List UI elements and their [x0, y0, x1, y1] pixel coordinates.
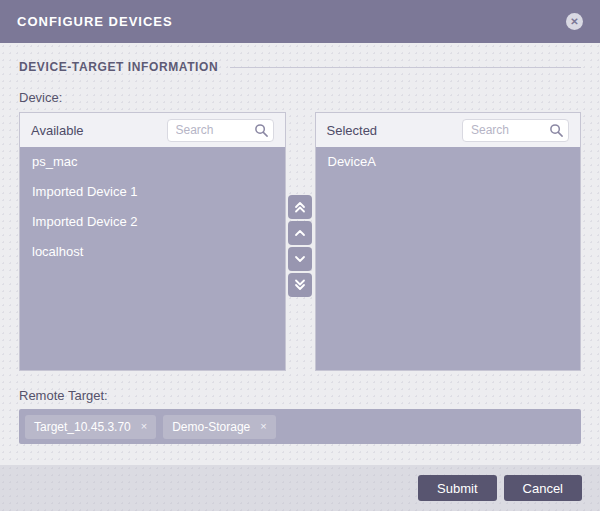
available-list: ps_mac Imported Device 1 Imported Device…: [20, 147, 285, 370]
remove-tag-icon[interactable]: ×: [141, 421, 147, 432]
available-title: Available: [31, 123, 84, 138]
dialog-header: CONFIGURE DEVICES ✕: [0, 0, 600, 43]
section-divider: [230, 67, 581, 68]
remote-target-label: Remote Target:: [19, 388, 581, 403]
close-icon: ✕: [570, 17, 578, 27]
chevron-down-icon: [293, 252, 307, 266]
dialog-title: CONFIGURE DEVICES: [17, 14, 173, 29]
device-label: Device:: [19, 90, 581, 105]
move-down-button[interactable]: [288, 247, 312, 271]
move-all-up-button[interactable]: [288, 195, 312, 219]
double-chevron-up-icon: [293, 200, 307, 214]
list-item[interactable]: Imported Device 1: [20, 177, 285, 207]
selected-panel-header: Selected: [316, 113, 581, 147]
chevron-up-icon: [293, 226, 307, 240]
tag-label: Target_10.45.3.70: [34, 420, 131, 434]
move-all-down-button[interactable]: [288, 273, 312, 297]
cancel-button[interactable]: Cancel: [504, 475, 582, 501]
device-dual-list: Available ps_mac Imported Device 1 Impor…: [19, 112, 581, 371]
dialog-body: DEVICE-TARGET INFORMATION Device: Availa…: [0, 43, 600, 465]
remote-target-tag: Demo-Storage ×: [163, 415, 275, 439]
selected-search-input[interactable]: [462, 119, 569, 142]
available-search: [167, 119, 274, 142]
remove-tag-icon[interactable]: ×: [260, 421, 266, 432]
remote-target-field[interactable]: Target_10.45.3.70 × Demo-Storage ×: [19, 409, 581, 444]
close-button[interactable]: ✕: [566, 13, 583, 30]
available-panel: Available ps_mac Imported Device 1 Impor…: [19, 112, 286, 371]
configure-devices-dialog: CONFIGURE DEVICES ✕ DEVICE-TARGET INFORM…: [0, 0, 600, 511]
submit-button[interactable]: Submit: [418, 475, 496, 501]
section-title: DEVICE-TARGET INFORMATION: [19, 60, 218, 74]
remote-target-tag: Target_10.45.3.70 ×: [25, 415, 156, 439]
tag-label: Demo-Storage: [172, 420, 250, 434]
list-item[interactable]: ps_mac: [20, 147, 285, 177]
move-up-button[interactable]: [288, 221, 312, 245]
available-panel-header: Available: [20, 113, 285, 147]
selected-search: [462, 119, 569, 142]
available-search-input[interactable]: [167, 119, 274, 142]
list-item[interactable]: DeviceA: [316, 147, 581, 177]
list-item[interactable]: localhost: [20, 237, 285, 267]
dialog-footer: Submit Cancel: [0, 465, 600, 511]
transfer-controls: [286, 112, 315, 371]
section-header: DEVICE-TARGET INFORMATION: [19, 60, 581, 74]
selected-list: DeviceA: [316, 147, 581, 370]
selected-title: Selected: [327, 123, 378, 138]
double-chevron-down-icon: [293, 278, 307, 292]
list-item[interactable]: Imported Device 2: [20, 207, 285, 237]
selected-panel: Selected DeviceA: [315, 112, 582, 371]
